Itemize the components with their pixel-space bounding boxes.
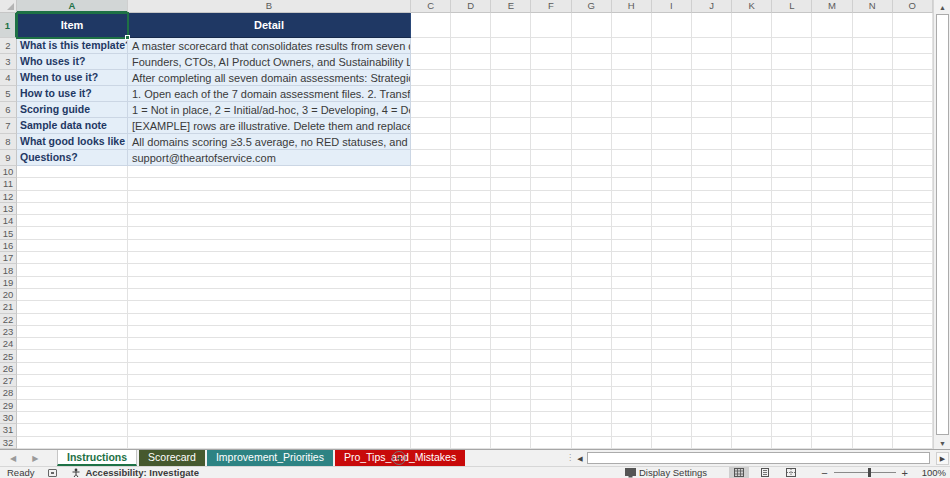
- cell-F12[interactable]: [531, 191, 571, 203]
- cell-N25[interactable]: [853, 350, 893, 362]
- cell-N24[interactable]: [853, 338, 893, 350]
- cell-I27[interactable]: [652, 375, 692, 387]
- row-header-16[interactable]: 16: [0, 240, 17, 252]
- cell-J15[interactable]: [692, 227, 732, 239]
- cell-B2[interactable]: A master scorecard that consolidates res…: [128, 38, 411, 54]
- column-header-N[interactable]: N: [853, 0, 893, 13]
- cell-O24[interactable]: [893, 338, 933, 350]
- cell-A26[interactable]: [17, 363, 128, 375]
- cell-O2[interactable]: [893, 38, 933, 54]
- row-header-12[interactable]: 12: [0, 191, 17, 203]
- cell-O30[interactable]: [893, 412, 933, 424]
- cell-M30[interactable]: [812, 412, 852, 424]
- cell-O8[interactable]: [893, 134, 933, 150]
- cell-E21[interactable]: [491, 301, 531, 313]
- cell-N18[interactable]: [853, 264, 893, 276]
- scroll-up-icon[interactable]: ▲: [935, 1, 950, 14]
- cell-C6[interactable]: [411, 102, 451, 118]
- cell-K12[interactable]: [732, 191, 772, 203]
- cell-A7[interactable]: Sample data note: [17, 118, 128, 134]
- cell-L4[interactable]: [772, 70, 812, 86]
- cell-L13[interactable]: [772, 203, 812, 215]
- cell-K5[interactable]: [732, 86, 772, 102]
- cell-M25[interactable]: [812, 350, 852, 362]
- cell-E14[interactable]: [491, 215, 531, 227]
- cell-F7[interactable]: [531, 118, 571, 134]
- cell-K19[interactable]: [732, 277, 772, 289]
- cell-K22[interactable]: [732, 314, 772, 326]
- cell-N19[interactable]: [853, 277, 893, 289]
- cell-H21[interactable]: [612, 301, 652, 313]
- cell-N20[interactable]: [853, 289, 893, 301]
- cell-O25[interactable]: [893, 350, 933, 362]
- cell-J1[interactable]: [692, 13, 732, 38]
- cell-D6[interactable]: [451, 102, 491, 118]
- cell-H29[interactable]: [612, 400, 652, 412]
- cell-C3[interactable]: [411, 54, 451, 70]
- cell-A19[interactable]: [17, 277, 128, 289]
- cell-L11[interactable]: [772, 178, 812, 190]
- cell-I30[interactable]: [652, 412, 692, 424]
- cell-C17[interactable]: [411, 252, 451, 264]
- cell-D27[interactable]: [451, 375, 491, 387]
- cell-J27[interactable]: [692, 375, 732, 387]
- cell-B17[interactable]: [128, 252, 411, 264]
- cell-G17[interactable]: [572, 252, 612, 264]
- cell-E1[interactable]: [491, 13, 531, 38]
- cell-I25[interactable]: [652, 350, 692, 362]
- cell-L20[interactable]: [772, 289, 812, 301]
- cell-B4[interactable]: After completing all seven domain assess…: [128, 70, 411, 86]
- cell-O23[interactable]: [893, 326, 933, 338]
- cell-A6[interactable]: Scoring guide: [17, 102, 128, 118]
- cell-I13[interactable]: [652, 203, 692, 215]
- sheet-tab-scorecard[interactable]: Scorecard: [139, 450, 205, 466]
- column-header-A[interactable]: A: [17, 0, 128, 13]
- cell-H2[interactable]: [612, 38, 652, 54]
- cell-I31[interactable]: [652, 424, 692, 436]
- cell-K29[interactable]: [732, 400, 772, 412]
- cell-C23[interactable]: [411, 326, 451, 338]
- cell-J18[interactable]: [692, 264, 732, 276]
- cell-O18[interactable]: [893, 264, 933, 276]
- new-sheet-button[interactable]: +: [392, 451, 406, 465]
- cell-F26[interactable]: [531, 363, 571, 375]
- cell-E29[interactable]: [491, 400, 531, 412]
- cell-M13[interactable]: [812, 203, 852, 215]
- vertical-scrollbar-thumb[interactable]: [936, 14, 949, 435]
- cell-N7[interactable]: [853, 118, 893, 134]
- cell-G6[interactable]: [572, 102, 612, 118]
- row-header-26[interactable]: 26: [0, 363, 17, 375]
- cell-H17[interactable]: [612, 252, 652, 264]
- cell-C4[interactable]: [411, 70, 451, 86]
- cell-M23[interactable]: [812, 326, 852, 338]
- cell-N15[interactable]: [853, 227, 893, 239]
- cell-H11[interactable]: [612, 178, 652, 190]
- cell-I6[interactable]: [652, 102, 692, 118]
- cell-A3[interactable]: Who uses it?: [17, 54, 128, 70]
- row-header-1[interactable]: 1: [0, 13, 17, 38]
- cell-J19[interactable]: [692, 277, 732, 289]
- cell-G27[interactable]: [572, 375, 612, 387]
- cell-E32[interactable]: [491, 437, 531, 449]
- cell-J5[interactable]: [692, 86, 732, 102]
- cell-N29[interactable]: [853, 400, 893, 412]
- cell-N5[interactable]: [853, 86, 893, 102]
- cell-K23[interactable]: [732, 326, 772, 338]
- cell-O20[interactable]: [893, 289, 933, 301]
- cell-H27[interactable]: [612, 375, 652, 387]
- cell-L25[interactable]: [772, 350, 812, 362]
- cell-G14[interactable]: [572, 215, 612, 227]
- column-header-H[interactable]: H: [612, 0, 652, 13]
- cell-B14[interactable]: [128, 215, 411, 227]
- cell-O5[interactable]: [893, 86, 933, 102]
- cell-H20[interactable]: [612, 289, 652, 301]
- cell-L9[interactable]: [772, 150, 812, 166]
- cell-H16[interactable]: [612, 240, 652, 252]
- cell-N13[interactable]: [853, 203, 893, 215]
- row-header-30[interactable]: 30: [0, 412, 17, 424]
- cell-G9[interactable]: [572, 150, 612, 166]
- row-header-21[interactable]: 21: [0, 301, 17, 313]
- cell-D7[interactable]: [451, 118, 491, 134]
- cell-O16[interactable]: [893, 240, 933, 252]
- cell-O11[interactable]: [893, 178, 933, 190]
